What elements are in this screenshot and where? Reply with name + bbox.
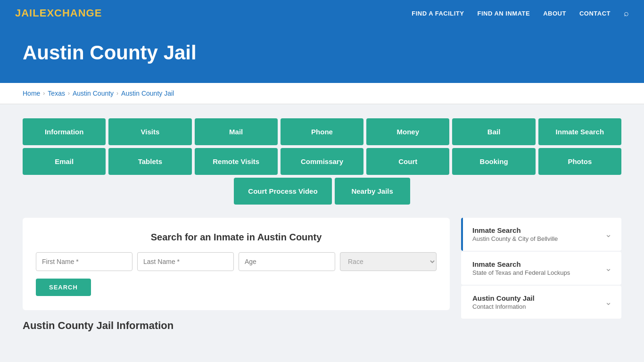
tile-mail[interactable]: Mail	[195, 118, 278, 145]
sidebar-item-text-2: Inmate Search State of Texas and Federal…	[472, 260, 570, 276]
search-title: Search for an Inmate in Austin County	[36, 232, 437, 243]
tile-booking[interactable]: Booking	[452, 148, 535, 175]
nav-find-facility[interactable]: FIND A FACILITY	[412, 10, 464, 17]
age-input[interactable]	[239, 252, 335, 271]
main-content: Information Visits Mail Phone Money Bail…	[0, 104, 644, 346]
chevron-down-icon-1: ⌄	[605, 229, 612, 239]
search-fields: Race White Black Hispanic Asian Other	[36, 252, 437, 271]
tile-inmate-search[interactable]: Inmate Search	[538, 118, 621, 145]
logo-text-jail: JAIL	[15, 7, 40, 19]
hero-section: Austin County Jail	[0, 26, 644, 83]
search-panel: Search for an Inmate in Austin County Ra…	[23, 218, 450, 310]
tile-row-2: Email Tablets Remote Visits Commissary C…	[23, 148, 621, 175]
tile-row-3: Court Process Video Nearby Jails	[23, 178, 621, 205]
info-section: Austin County Jail Information	[23, 310, 450, 332]
race-select[interactable]: Race White Black Hispanic Asian Other	[340, 252, 437, 271]
first-name-input[interactable]	[36, 252, 132, 271]
tile-visits[interactable]: Visits	[108, 118, 191, 145]
logo-highlight: E	[40, 7, 47, 19]
sidebar-item-contact-info[interactable]: Austin County Jail Contact Information ⌄	[461, 286, 621, 319]
left-column: Search for an Inmate in Austin County Ra…	[23, 218, 450, 332]
sidebar: Inmate Search Austin County & City of Be…	[461, 218, 621, 320]
chevron-down-icon-3: ⌄	[605, 297, 612, 307]
sidebar-item-subtitle-3: Contact Information	[472, 303, 535, 310]
tile-nearby-jails[interactable]: Nearby Jails	[335, 178, 410, 205]
tile-commissary[interactable]: Commissary	[281, 148, 363, 175]
breadcrumb-texas[interactable]: Texas	[48, 90, 65, 97]
sidebar-item-title-1: Inmate Search	[472, 226, 558, 234]
tile-email[interactable]: Email	[23, 148, 106, 175]
search-button[interactable]: SEARCH	[36, 279, 91, 296]
breadcrumb-sep-1: ›	[43, 90, 45, 97]
sidebar-item-subtitle-1: Austin County & City of Bellville	[472, 235, 558, 242]
nav-links: FIND A FACILITY FIND AN INMATE ABOUT CON…	[412, 8, 629, 18]
tile-court-process-video[interactable]: Court Process Video	[234, 178, 331, 205]
breadcrumb-sep-3: ›	[116, 90, 118, 97]
nav-about[interactable]: ABOUT	[543, 10, 566, 17]
nav-find-inmate[interactable]: FIND AN INMATE	[477, 10, 530, 17]
chevron-down-icon-2: ⌄	[605, 263, 612, 273]
tile-tablets[interactable]: Tablets	[108, 148, 191, 175]
sidebar-item-text-1: Inmate Search Austin County & City of Be…	[472, 226, 558, 242]
content-area: Search for an Inmate in Austin County Ra…	[23, 218, 621, 332]
sidebar-item-title-3: Austin County Jail	[472, 294, 535, 302]
tile-phone[interactable]: Phone	[281, 118, 363, 145]
tile-court[interactable]: Court	[366, 148, 449, 175]
tile-bail[interactable]: Bail	[452, 118, 535, 145]
sidebar-item-title-2: Inmate Search	[472, 260, 570, 268]
site-logo[interactable]: JAILEXCHANGE	[15, 7, 102, 19]
page-title: Austin County Jail	[23, 41, 621, 64]
search-icon[interactable]: ⌕	[624, 8, 629, 18]
sidebar-item-inmate-search-texas[interactable]: Inmate Search State of Texas and Federal…	[461, 252, 621, 285]
breadcrumb-sep-2: ›	[68, 90, 70, 97]
last-name-input[interactable]	[137, 252, 234, 271]
info-title: Austin County Jail Information	[23, 310, 450, 332]
sidebar-item-inmate-search-austin[interactable]: Inmate Search Austin County & City of Be…	[461, 218, 621, 251]
tile-information[interactable]: Information	[23, 118, 106, 145]
breadcrumb: Home › Texas › Austin County › Austin Co…	[0, 83, 644, 104]
sidebar-item-subtitle-2: State of Texas and Federal Lockups	[472, 269, 570, 276]
tile-row-1: Information Visits Mail Phone Money Bail…	[23, 118, 621, 145]
breadcrumb-home[interactable]: Home	[23, 90, 40, 97]
breadcrumb-current: Austin County Jail	[121, 90, 174, 97]
tile-money[interactable]: Money	[366, 118, 449, 145]
navbar: JAILEXCHANGE FIND A FACILITY FIND AN INM…	[0, 0, 644, 26]
tile-photos[interactable]: Photos	[538, 148, 621, 175]
breadcrumb-austin-county[interactable]: Austin County	[73, 90, 114, 97]
tile-remote-visits[interactable]: Remote Visits	[195, 148, 278, 175]
logo-text-xchange: XCHANGE	[47, 7, 102, 19]
nav-contact[interactable]: CONTACT	[579, 10, 611, 17]
sidebar-item-text-3: Austin County Jail Contact Information	[472, 294, 535, 310]
